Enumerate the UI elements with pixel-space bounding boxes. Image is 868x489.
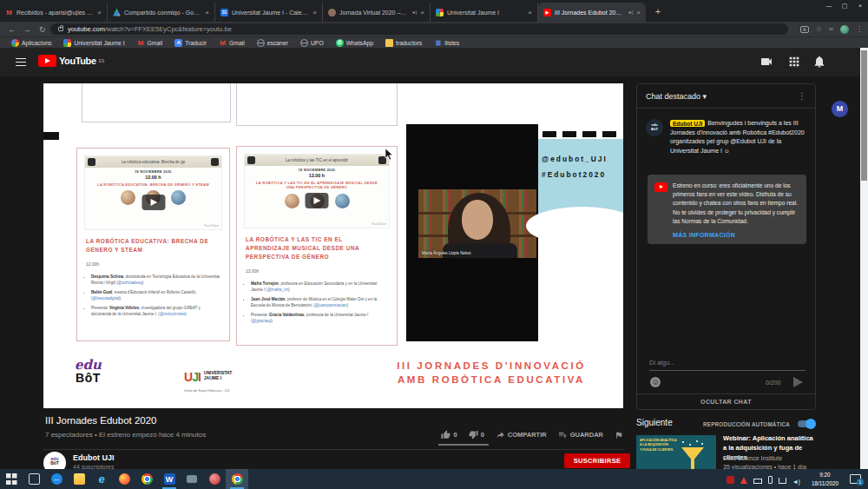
bookmark-traductors[interactable]: traductors	[379, 39, 428, 47]
play-button[interactable]	[306, 193, 329, 208]
bookmarks-bar: AplicacionsUniversitat Jaume IMGmailATra…	[0, 36, 868, 48]
twitter-handle-link[interactable]: @lescoladigital	[93, 296, 120, 301]
taskbar-camera-app-button[interactable]	[181, 469, 203, 489]
window-maximize-button[interactable]: ▢	[837, 0, 852, 12]
taskbar-chrome-button[interactable]	[135, 469, 158, 489]
translate-icon[interactable]: A	[800, 26, 808, 33]
reload-icon[interactable]: ↻	[39, 25, 46, 34]
tab-audio-icon[interactable]: ◄)	[411, 10, 418, 15]
apps-grid-icon[interactable]	[787, 55, 801, 69]
tab-audio-icon[interactable]: ◄)	[628, 10, 634, 15]
chat-header[interactable]: Chat destacado ▾ ⋮	[637, 84, 815, 109]
emoji-icon[interactable]: ☺	[650, 377, 661, 387]
create-video-icon[interactable]	[760, 55, 773, 69]
share-button[interactable]: COMPARTIR	[496, 430, 547, 439]
browser-tab-5[interactable]: Universitat Jaume I×	[431, 3, 538, 22]
taskbar-firefox-button[interactable]	[113, 469, 135, 489]
taskbar-teamviewer-button[interactable]: ↔	[45, 469, 68, 489]
bookmark-universitat-jaume-i[interactable]: Universitat Jaume I	[57, 39, 130, 47]
window-minimize-button[interactable]: —	[821, 0, 837, 12]
tab-close-icon[interactable]: ×	[528, 9, 532, 17]
chat-author-avatar[interactable]: eduBôT	[646, 119, 663, 136]
taskbar-clock[interactable]: 9:2018/11/2020	[806, 471, 844, 487]
next-video-channel[interactable]: Data Science Institute	[723, 455, 782, 461]
chat-input[interactable]: Di algo...	[649, 359, 675, 367]
bookmark-escaner[interactable]: escaner	[251, 39, 294, 47]
taskbar-chrome-active-button[interactable]	[226, 469, 248, 489]
notification-center-icon[interactable]: 1	[850, 474, 861, 484]
tab-close-icon[interactable]: ×	[97, 9, 102, 17]
twitter-handle-link[interactable]: @graciauji	[253, 319, 272, 323]
chat-menu-icon[interactable]: ⋮	[798, 91, 806, 101]
notifications-bell-icon[interactable]	[812, 55, 826, 69]
account-avatar[interactable]: M	[832, 101, 848, 117]
taskbar-media-app-button[interactable]	[203, 469, 226, 489]
bookmark-whatsapp[interactable]: ✆WhatsApp	[330, 39, 379, 47]
hamburger-menu-icon[interactable]	[16, 58, 26, 66]
taskbar-internet-explorer-button[interactable]: e	[90, 469, 113, 489]
taskbar-start-button[interactable]	[0, 469, 23, 489]
hide-chat-button[interactable]: OCULTAR CHAT	[637, 399, 815, 405]
twitter-handle-link[interactable]: @schinadesp	[118, 281, 142, 285]
bookmark-llistes[interactable]: ≣llistes	[428, 39, 465, 47]
tab-close-icon[interactable]: ×	[312, 9, 317, 17]
session-video-thumbnail[interactable]: La robótica y las TIC en el aprendiz18 N…	[244, 154, 390, 228]
tab-close-icon[interactable]: ×	[205, 9, 209, 17]
taskbar-file-explorer-button[interactable]	[68, 469, 90, 489]
browser-menu-icon[interactable]: ⋮	[856, 25, 863, 33]
save-button[interactable]: GUARDAR	[558, 430, 603, 439]
webcam-video: María Ángeles Llopis Nebot	[418, 189, 536, 258]
browser-tab-3[interactable]: 31Universitat Jaume I - Calendar - S×	[215, 3, 323, 22]
chevron-down-icon: ▾	[703, 92, 707, 101]
video-player[interactable]: La robótica educativa: Brecha de gé18 NO…	[43, 83, 623, 408]
extension-icon[interactable]: ≡ʲ	[829, 26, 833, 32]
twitter-handle-link[interactable]: @juanjosemacian	[315, 303, 347, 307]
forward-icon[interactable]: →	[23, 25, 31, 34]
phone-icon[interactable]	[768, 472, 773, 487]
bookmark-upo[interactable]: UPO	[294, 39, 330, 47]
play-button[interactable]	[141, 195, 165, 210]
scrollbar-thumb[interactable]	[861, 50, 867, 181]
more-info-link[interactable]: MÁS INFORMACIÓN	[673, 232, 799, 238]
session-video-thumbnail[interactable]: La robótica educativa: Brecha de gé18 NO…	[84, 155, 222, 230]
dislike-button[interactable]: 0	[469, 430, 484, 439]
browser-tab-1[interactable]: MRecibidos - aparisi@ujies - Corr×	[0, 3, 108, 22]
battery-icon[interactable]	[753, 472, 762, 487]
taskbar-word-button[interactable]: W	[158, 469, 181, 489]
tab-close-icon[interactable]: ×	[636, 9, 641, 17]
tab-close-icon[interactable]: ×	[420, 9, 424, 17]
bookmark-gmail[interactable]: MGmail	[213, 39, 251, 47]
taskbar-task-view-button[interactable]	[23, 469, 45, 489]
youtube-icon: ▶	[543, 9, 551, 17]
subscribe-button[interactable]: SUSCRIBIRSE	[564, 453, 630, 468]
like-button[interactable]: 0	[441, 430, 457, 439]
profile-avatar[interactable]	[840, 25, 849, 34]
volume-alert-icon[interactable]	[740, 472, 747, 487]
bookmark-gmail[interactable]: MGmail	[131, 39, 169, 47]
speaker-icon[interactable]: ◄)	[792, 472, 800, 487]
address-bar[interactable]: youtube.com/watch?v=FFXEE5EyCpc&feature=…	[50, 23, 788, 35]
autoplay-toggle[interactable]	[798, 420, 815, 427]
gmail-icon: M	[5, 9, 13, 17]
new-tab-button[interactable]: +	[651, 5, 665, 19]
send-icon[interactable]	[793, 377, 803, 387]
bookmark-aplicacions[interactable]: Aplicacions	[5, 39, 57, 47]
twitter-handle-link[interactable]: @vickyvinoles	[160, 312, 185, 316]
channel-name[interactable]: Edubot UJI	[73, 453, 115, 462]
back-icon[interactable]: ←	[8, 25, 16, 34]
browser-tab-4[interactable]: Jornada Virtual 2020 – Edub◄)×	[323, 3, 431, 22]
youtube-logo[interactable]: YouTube ES	[38, 55, 104, 67]
window-close-button[interactable]: ×	[852, 0, 868, 12]
browser-tab-2[interactable]: Compartido conmigo - Google D×	[108, 3, 215, 22]
youtube-region-label: ES	[99, 58, 105, 63]
bookmark-star-icon[interactable]: ☆	[816, 25, 822, 33]
browser-tab-6[interactable]: ▶III Jornades Edubot 2020 - Y◄)×	[538, 3, 646, 22]
file-explorer-icon	[74, 473, 85, 485]
bookmark-traducir[interactable]: ATraducir	[168, 39, 213, 47]
tray-app-icon[interactable]	[727, 472, 734, 487]
twitter-handle-link[interactable]: @mafra_im	[267, 287, 288, 292]
chat-author-badge[interactable]: Edubot UJI	[670, 120, 705, 127]
network-icon[interactable]	[779, 472, 786, 487]
report-flag-button[interactable]	[615, 431, 623, 439]
browser-toolbar: ← → ↻ youtube.com/watch?v=FFXEE5EyCpc&fe…	[0, 22, 868, 36]
